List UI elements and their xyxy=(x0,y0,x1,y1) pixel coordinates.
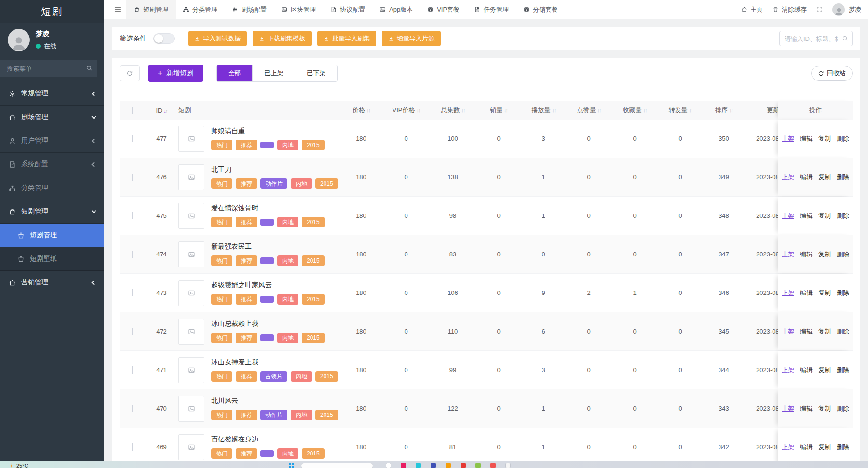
action-上架[interactable]: 上架 xyxy=(782,366,794,374)
taskbar-app-icon[interactable] xyxy=(490,463,496,468)
header-plays[interactable]: 播放量↓↑ xyxy=(521,106,566,115)
action-上架[interactable]: 上架 xyxy=(782,289,794,297)
recycle-bin-button[interactable]: 回收站 xyxy=(811,66,853,81)
nav-tab-分销套餐[interactable]: 分销套餐 xyxy=(516,0,565,19)
header-episodes[interactable]: 总集数↓↑ xyxy=(429,106,476,115)
action-上架[interactable]: 上架 xyxy=(782,250,794,259)
nav-tab-区块管理[interactable]: 区块管理 xyxy=(274,0,323,19)
sort-icon[interactable]: ↓↑ xyxy=(643,107,647,113)
action-上架[interactable]: 上架 xyxy=(782,212,794,220)
import-button-下载剧集模板[interactable]: 下载剧集模板 xyxy=(253,31,312,46)
action-编辑[interactable]: 编辑 xyxy=(800,404,813,413)
fullscreen-button[interactable] xyxy=(816,6,823,13)
status-tab-已下架[interactable]: 已下架 xyxy=(295,65,337,81)
action-复制[interactable]: 复制 xyxy=(818,250,831,259)
row-checkbox[interactable] xyxy=(132,174,133,181)
action-删除[interactable]: 删除 xyxy=(837,366,849,374)
taskbar-app-icon[interactable] xyxy=(446,463,451,468)
import-button-导入测试数据[interactable]: 导入测试数据 xyxy=(188,31,247,46)
taskbar-app-icon[interactable] xyxy=(431,463,436,468)
sort-icon[interactable]: ↓↑ xyxy=(461,107,465,113)
nav-tab-分类管理[interactable]: 分类管理 xyxy=(176,0,225,19)
sidebar-item-短剧管理[interactable]: 短剧管理 xyxy=(0,224,104,247)
sort-icon[interactable]: ↓↑ xyxy=(416,107,420,113)
sort-icon[interactable]: ↓↑ xyxy=(552,107,556,113)
sort-icon[interactable]: ↓↑ xyxy=(366,107,370,113)
sidebar-item-短剧壁纸[interactable]: 短剧壁纸 xyxy=(0,247,104,271)
action-删除[interactable]: 删除 xyxy=(837,212,849,220)
drama-thumbnail[interactable] xyxy=(178,396,204,422)
sidebar-item-常规管理[interactable]: 常规管理 xyxy=(0,82,104,106)
refresh-button[interactable] xyxy=(120,65,140,81)
action-上架[interactable]: 上架 xyxy=(782,134,794,143)
action-编辑[interactable]: 编辑 xyxy=(800,173,813,182)
import-button-增量导入片源[interactable]: 增量导入片源 xyxy=(382,31,441,46)
header-likes[interactable]: 点赞量↓↑ xyxy=(566,106,611,115)
row-checkbox[interactable] xyxy=(132,366,133,374)
action-编辑[interactable]: 编辑 xyxy=(800,366,813,374)
windows-start-button[interactable] xyxy=(289,463,294,468)
taskbar-app-icon[interactable] xyxy=(461,463,466,468)
action-编辑[interactable]: 编辑 xyxy=(800,134,813,143)
header-vip_price[interactable]: VIP价格↓↑ xyxy=(383,106,429,115)
drama-thumbnail[interactable] xyxy=(178,203,204,229)
add-drama-button[interactable]: +新增短剧 xyxy=(148,65,203,82)
row-checkbox[interactable] xyxy=(132,405,133,412)
sort-icon[interactable]: ↓↑ xyxy=(164,108,167,114)
action-复制[interactable]: 复制 xyxy=(818,212,831,220)
action-编辑[interactable]: 编辑 xyxy=(800,289,813,297)
row-checkbox[interactable] xyxy=(132,289,133,296)
action-删除[interactable]: 删除 xyxy=(837,404,849,413)
sidebar-item-剧场管理[interactable]: 剧场管理 xyxy=(0,106,104,129)
nav-tab-剧场配置[interactable]: 剧场配置 xyxy=(225,0,274,19)
action-删除[interactable]: 删除 xyxy=(837,134,849,143)
taskbar-app-icon[interactable] xyxy=(416,463,421,468)
action-编辑[interactable]: 编辑 xyxy=(800,212,813,220)
header-shares[interactable]: 转发量↓↑ xyxy=(658,106,703,115)
row-checkbox[interactable] xyxy=(132,212,133,219)
action-复制[interactable]: 复制 xyxy=(818,173,831,182)
row-checkbox[interactable] xyxy=(132,135,133,142)
drama-thumbnail[interactable] xyxy=(178,241,204,267)
header-id[interactable]: ID↓↑ xyxy=(146,107,177,114)
sidebar-item-营销管理[interactable]: 营销管理 xyxy=(0,271,104,294)
action-复制[interactable]: 复制 xyxy=(818,404,831,413)
sidebar-item-用户管理[interactable]: 用户管理 xyxy=(0,129,104,153)
header-sort[interactable]: 排序↓↑ xyxy=(703,106,745,115)
menu-search-input[interactable] xyxy=(0,60,97,77)
nav-link-清除缓存[interactable]: 清除缓存 xyxy=(773,5,807,14)
sidebar-item-短剧管理[interactable]: 短剧管理 xyxy=(0,200,104,224)
sidebar-item-系统配置[interactable]: 系统配置 xyxy=(0,153,104,176)
nav-tab-VIP套餐[interactable]: VIP套餐 xyxy=(420,0,467,19)
status-tab-全部[interactable]: 全部 xyxy=(217,65,252,81)
action-删除[interactable]: 删除 xyxy=(837,250,849,259)
action-编辑[interactable]: 编辑 xyxy=(800,327,813,336)
hamburger-menu-icon[interactable] xyxy=(109,5,126,13)
sort-icon[interactable]: ↓↑ xyxy=(689,107,692,113)
action-上架[interactable]: 上架 xyxy=(782,404,794,413)
taskbar-app-icon[interactable] xyxy=(475,463,481,468)
taskbar-app-icon[interactable] xyxy=(386,463,391,468)
action-上架[interactable]: 上架 xyxy=(782,443,794,452)
header-favorites[interactable]: 收藏量↓↑ xyxy=(611,106,658,115)
select-all-checkbox[interactable] xyxy=(132,107,133,114)
import-button-批量导入剧集[interactable]: 批量导入剧集 xyxy=(317,31,376,46)
action-复制[interactable]: 复制 xyxy=(818,327,831,336)
drama-thumbnail[interactable] xyxy=(178,126,204,152)
sort-icon[interactable]: ↓↑ xyxy=(504,107,507,113)
nav-tab-短剧管理[interactable]: 短剧管理 xyxy=(126,0,176,19)
filter-toggle[interactable] xyxy=(153,33,175,44)
action-编辑[interactable]: 编辑 xyxy=(800,250,813,259)
navbar-user[interactable]: 梦凌 xyxy=(832,3,861,16)
action-上架[interactable]: 上架 xyxy=(782,327,794,336)
nav-tab-任务管理[interactable]: 任务管理 xyxy=(467,0,516,19)
action-复制[interactable]: 复制 xyxy=(818,443,831,452)
nav-tab-App版本[interactable]: App版本 xyxy=(372,0,420,19)
header-sales[interactable]: 销量↓↑ xyxy=(476,106,521,115)
header-price[interactable]: 价格↓↑ xyxy=(339,106,383,115)
taskbar-weather[interactable]: 25°C xyxy=(9,463,28,468)
row-checkbox[interactable] xyxy=(132,443,133,451)
drama-thumbnail[interactable] xyxy=(178,357,204,383)
action-复制[interactable]: 复制 xyxy=(818,289,831,297)
sort-icon[interactable]: ↓↑ xyxy=(597,107,601,113)
